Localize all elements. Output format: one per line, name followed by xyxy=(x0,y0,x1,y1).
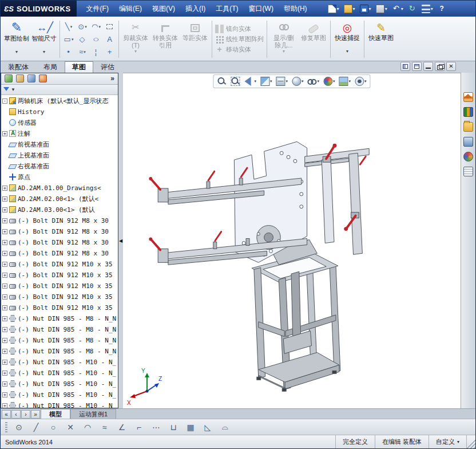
text-icon[interactable]: A xyxy=(103,33,117,46)
expand-icon[interactable] xyxy=(2,251,7,256)
tree-item[interactable]: AD.2AM.01.00_Drawings< xyxy=(2,183,118,194)
sketch-snap-icon[interactable]: ⌓ xyxy=(219,422,231,433)
expand-icon[interactable] xyxy=(2,371,7,376)
expand-icon[interactable] xyxy=(2,240,7,245)
centerline-icon[interactable]: ¦ xyxy=(89,46,103,58)
next-tab-icon[interactable]: › xyxy=(21,410,30,419)
tree-item[interactable]: (-) Nut DIN 985 - M8 - N_N xyxy=(2,346,118,357)
tree-item[interactable]: (-) Bolt DIN 912 M8 x 30 xyxy=(2,226,118,237)
tree-item[interactable]: 右视基准面 xyxy=(2,161,118,172)
tree-item[interactable]: (-) Nut DIN 985 - M10 - N_ xyxy=(2,357,118,368)
spline-icon[interactable]: ≈ ▾ xyxy=(76,46,89,58)
viewport-split-vertical-icon[interactable] xyxy=(400,62,410,71)
expand-icon[interactable] xyxy=(2,196,7,202)
section-view-icon[interactable]: ▾ xyxy=(260,77,272,86)
construction-geometry-icon[interactable]: + xyxy=(103,46,117,58)
restore-document-icon[interactable] xyxy=(435,62,445,71)
expand-icon[interactable] xyxy=(2,338,7,343)
corner-rectangle-icon[interactable] xyxy=(103,21,117,33)
sketch-point-icon[interactable]: ⊙ xyxy=(13,422,25,433)
tree-item[interactable]: (-) Nut DIN 985 - M10 - N_ xyxy=(2,389,118,400)
circle-icon[interactable]: ⊙ ▾ xyxy=(76,21,89,33)
resize-grip[interactable] xyxy=(466,435,475,448)
model-right-arm[interactable] xyxy=(305,144,369,255)
units-selector[interactable]: 自定义 ▾ xyxy=(429,435,466,448)
sketch-convert-icon[interactable]: ⋯ xyxy=(150,422,162,433)
command-tab[interactable]: 草图 xyxy=(65,61,93,73)
sketch-dimension-icon[interactable]: ∠ xyxy=(116,422,128,433)
menu-item[interactable]: 工具(T) xyxy=(211,1,243,17)
filter-funnel-icon[interactable] xyxy=(3,87,9,94)
sketch-line-icon[interactable]: ╱ xyxy=(30,422,42,433)
custom-properties-icon[interactable] xyxy=(463,167,473,176)
rebuild-icon[interactable]: ↻ xyxy=(406,3,419,14)
sketch-pattern-icon[interactable]: ▦ xyxy=(185,422,196,433)
new-document-icon[interactable]: ▾ xyxy=(326,3,341,14)
view-palette-icon[interactable] xyxy=(463,137,473,147)
expand-icon[interactable] xyxy=(2,294,7,300)
panel-collapse-arrow-icon[interactable]: ◀ xyxy=(119,238,122,243)
rectangle-icon[interactable]: ▭ ▾ xyxy=(62,33,76,46)
expand-icon[interactable] xyxy=(2,218,7,223)
undo-icon[interactable]: ↶ ▾ xyxy=(390,3,405,14)
sketch-erase-icon[interactable]: ✕ xyxy=(65,422,76,433)
close-document-icon[interactable]: ✕ xyxy=(446,62,456,71)
expand-icon[interactable] xyxy=(2,207,7,212)
tree-item[interactable]: AD.2AM.03.00<1> (默认 xyxy=(2,204,118,215)
menu-item[interactable]: 文件(F) xyxy=(81,1,114,17)
menu-item[interactable]: 帮助(H) xyxy=(279,1,312,17)
sketch-slot-icon[interactable]: ⊔ xyxy=(168,422,179,433)
convert-entities-button[interactable]: 转换实体引用 xyxy=(150,18,180,60)
file-explorer-icon[interactable] xyxy=(463,122,473,132)
tree-item[interactable]: (-) Nut DIN 985 - M10 - N_ xyxy=(2,379,118,389)
view-settings-icon[interactable]: ▾ xyxy=(355,77,367,86)
tree-item[interactable]: (-) Bolt DIN 912 M10 x 35 xyxy=(2,281,118,292)
expand-icon[interactable] xyxy=(2,305,7,310)
menu-item[interactable]: 视图(V) xyxy=(147,1,180,17)
tree-item[interactable]: 上视基准面 xyxy=(2,150,118,161)
tree-item[interactable]: (-) Bolt DIN 912 M10 x 35 xyxy=(2,270,118,281)
tree-item[interactable]: (-) Nut DIN 985 - M8 - N_N xyxy=(2,313,118,324)
first-tab-icon[interactable]: « xyxy=(2,410,11,419)
last-tab-icon[interactable]: » xyxy=(31,410,40,419)
tree-item[interactable]: (-) Bolt DIN 912 M8 x 30 xyxy=(2,237,118,248)
expand-icon[interactable] xyxy=(2,186,7,191)
command-tab[interactable]: 布局 xyxy=(36,61,65,73)
menu-item[interactable]: 插入(I) xyxy=(180,1,211,17)
tree-item[interactable]: (-) Nut DIN 985 - M10 - N_ xyxy=(2,368,118,379)
save-icon[interactable]: ▾ xyxy=(358,3,373,14)
expand-icon[interactable] xyxy=(2,316,7,321)
display-style-icon[interactable]: ▾ xyxy=(292,77,304,86)
panel-splitter[interactable]: ◀ xyxy=(118,73,123,408)
sketch-trim-icon[interactable]: ⌐ xyxy=(133,422,145,433)
print-icon[interactable]: ▾ xyxy=(374,3,389,14)
expand-icon[interactable] xyxy=(2,283,7,289)
view-orientation-icon[interactable]: ▾ xyxy=(276,77,288,86)
sketch-button[interactable]: ✎ 草图绘制 ▾ xyxy=(3,18,30,60)
mirror-entities-button[interactable]: 镜向实体 xyxy=(215,25,264,33)
display-delete-relations-button[interactable]: 显示/删除几... ▾ xyxy=(269,18,299,60)
tree-root-item[interactable]: 两轴机床 (默认<默认_显示状态 xyxy=(2,96,118,107)
graphics-viewport[interactable]: ▾ ▾ ▾ ▾ xyxy=(123,73,461,408)
sketch-arc-icon[interactable]: ◠ xyxy=(82,422,93,433)
expand-icon[interactable] xyxy=(2,403,7,408)
tree-item[interactable]: History xyxy=(2,107,118,117)
document-tab[interactable]: 运动算例1 xyxy=(70,409,116,419)
sketch-spline-icon[interactable]: ≈ xyxy=(99,422,110,433)
minimize-document-icon[interactable] xyxy=(423,62,433,71)
tree-item[interactable]: (-) Nut DIN 985 - M8 - N_N xyxy=(2,324,118,335)
hide-show-items-icon[interactable]: ▾ xyxy=(308,77,320,86)
tree-item[interactable]: (-) Nut DIN 985 - M10 - N_ xyxy=(2,400,118,408)
quick-snaps-button[interactable]: ◎ 快速捕捉 ▾ xyxy=(332,18,362,60)
model-stand[interactable] xyxy=(252,252,340,391)
collapse-icon[interactable] xyxy=(2,99,7,104)
tree-item[interactable]: (-) Bolt DIN 912 M10 x 35 xyxy=(2,259,118,270)
tree-item[interactable]: (-) Bolt DIN 912 M10 x 35 xyxy=(2,292,118,302)
ellipse-icon[interactable]: ○ xyxy=(89,33,103,46)
zoom-fit-icon[interactable] xyxy=(217,77,227,86)
menu-item[interactable]: 窗口(W) xyxy=(244,1,279,17)
toolbar-grip[interactable] xyxy=(5,422,7,432)
displaymanager-tab-icon[interactable] xyxy=(39,74,47,82)
trim-entities-button[interactable]: ✂ 剪裁实体(T) ▾ xyxy=(121,18,150,60)
design-library-icon[interactable] xyxy=(463,107,473,117)
